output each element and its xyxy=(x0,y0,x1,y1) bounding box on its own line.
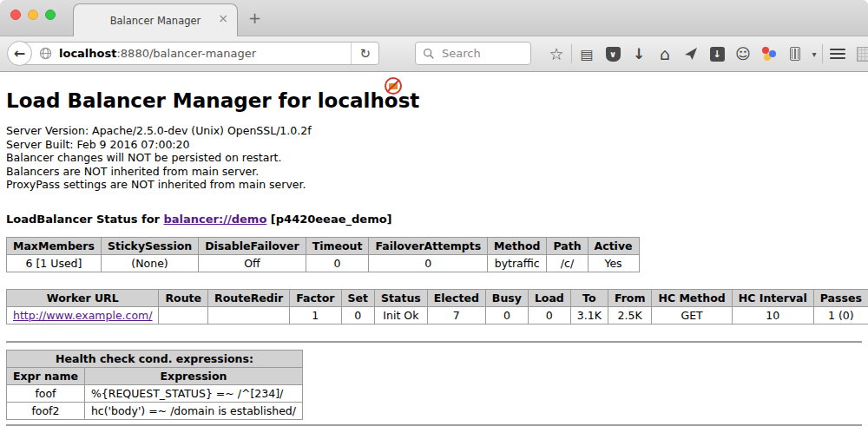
col-path: Path xyxy=(547,237,588,254)
worker-url-link[interactable]: http://www.example.com/ xyxy=(13,309,152,322)
col-factor: Factor xyxy=(290,289,341,306)
table-row: foof %{REQUEST_STATUS} =~ /^[234]/ xyxy=(7,384,303,402)
col-route: Route xyxy=(159,289,208,306)
cell-factor: 1 xyxy=(290,306,341,324)
search-icon xyxy=(423,48,435,60)
window-controls xyxy=(10,10,56,20)
col-stickysession: StickySession xyxy=(101,237,198,254)
col-disablefailover: DisableFailover xyxy=(199,237,306,254)
colored-dots-extension-icon[interactable] xyxy=(756,36,782,71)
cell-passes: 1 (0) xyxy=(813,306,868,324)
send-page-icon[interactable] xyxy=(678,36,704,71)
cell-expression: %{REQUEST_STATUS} =~ /^[234]/ xyxy=(84,384,302,402)
back-button[interactable]: ← xyxy=(7,41,32,66)
forum-smiley-icon[interactable]: ☺ xyxy=(730,36,756,71)
col-busy: Busy xyxy=(485,289,528,306)
cell-elected: 7 xyxy=(427,306,485,324)
downloads-panel-icon[interactable]: ↓ xyxy=(704,36,730,71)
col-to: To xyxy=(570,289,608,306)
health-check-table: Health check cond. expressions: Expr nam… xyxy=(6,350,303,420)
home-icon[interactable]: ⌂ xyxy=(652,36,678,71)
table-header-row: Expr name Expression xyxy=(7,367,303,384)
overflow-caret-icon[interactable]: ▾ xyxy=(808,36,820,71)
url-bar[interactable]: localhost:8880/balancer-manager ↻ xyxy=(19,42,379,65)
window-close-button[interactable] xyxy=(10,10,21,20)
cell-from: 2.5K xyxy=(608,306,652,324)
col-maxmembers: MaxMembers xyxy=(7,237,102,254)
table-row: foof2 hc('body') =~ /domain is establish… xyxy=(7,402,303,419)
col-timeout: Timeout xyxy=(306,237,369,254)
cell-route xyxy=(159,306,208,324)
server-info: Server Version: Apache/2.5.0-dev (Unix) … xyxy=(6,124,862,192)
window-zoom-button[interactable] xyxy=(45,10,56,20)
url-text: localhost:8880/balancer-manager xyxy=(59,47,351,60)
balancer-demo-link[interactable]: balancer://demo xyxy=(164,213,267,226)
new-tab-button[interactable]: + xyxy=(248,9,261,27)
reading-list-icon[interactable]: ▤ xyxy=(574,36,600,71)
reload-button[interactable]: ↻ xyxy=(351,43,378,64)
col-worker-url: Worker URL xyxy=(7,289,159,306)
search-input[interactable] xyxy=(440,46,523,61)
cell-method: bytraffic xyxy=(488,254,547,272)
cell-worker-url: http://www.example.com/ xyxy=(7,306,159,324)
inherit-note-line: Balancers are NOT inherited from main se… xyxy=(6,165,862,179)
loadbalancer-status-heading: LoadBalancer Status for balancer://demo … xyxy=(6,213,862,226)
cell-expr-name: foof2 xyxy=(7,402,85,419)
col-hc-interval: HC Interval xyxy=(732,289,813,306)
tab-balancer-manager[interactable]: Balancer Manager × xyxy=(73,3,238,37)
download-icon[interactable]: ↓ xyxy=(626,36,652,71)
col-active: Active xyxy=(588,237,639,254)
cell-hc-method: GET xyxy=(652,306,732,324)
reload-icon: ↻ xyxy=(359,46,371,62)
col-set: Set xyxy=(341,289,374,306)
worker-status-table: Worker URL Route RouteRedir Factor Set S… xyxy=(6,289,868,324)
balancer-settings-table: MaxMembers StickySession DisableFailover… xyxy=(6,237,640,272)
cell-disablefailover: Off xyxy=(199,254,306,272)
search-bar xyxy=(415,42,531,65)
col-routeredir: RouteRedir xyxy=(208,289,290,306)
cell-timeout: 0 xyxy=(306,254,369,272)
window-minimize-button[interactable] xyxy=(28,10,38,20)
cell-stickysession: (None) xyxy=(101,254,198,272)
toolbar-separator xyxy=(822,44,823,63)
page-title: Load Balancer Manager for localhost xyxy=(6,89,862,112)
table-header-row: Worker URL Route RouteRedir Factor Set S… xyxy=(7,289,868,306)
cell-expr-name: foof xyxy=(7,384,85,402)
table-row: http://www.example.com/ 1 0 Init Ok 7 0 … xyxy=(7,306,868,324)
pages-grid-icon[interactable] xyxy=(851,36,868,71)
table-title-row: Health check cond. expressions: xyxy=(7,350,303,367)
cell-routeredir xyxy=(208,306,290,324)
tab-close-icon[interactable]: × xyxy=(218,12,228,24)
health-check-title: Health check cond. expressions: xyxy=(7,350,303,367)
col-expression: Expression xyxy=(84,367,302,384)
toolbar-separator xyxy=(571,44,572,63)
table-header-row: MaxMembers StickySession DisableFailover… xyxy=(7,237,640,254)
server-version-line: Server Version: Apache/2.5.0-dev (Unix) … xyxy=(6,124,862,138)
col-hc-method: HC Method xyxy=(652,289,732,306)
cell-maxmembers: 6 [1 Used] xyxy=(7,254,102,272)
cell-load: 0 xyxy=(528,306,570,324)
menu-hamburger-icon[interactable] xyxy=(825,36,851,71)
navigation-toolbar: ← localhost:8880/balancer-manager ↻ ☆ ▤ xyxy=(0,36,868,71)
cell-busy: 0 xyxy=(485,306,528,324)
col-passes: Passes xyxy=(813,289,868,306)
cell-hc-interval: 10 xyxy=(732,306,813,324)
cell-to: 3.1K xyxy=(570,306,608,324)
separator-rule xyxy=(6,341,862,344)
container-extension-icon[interactable] xyxy=(782,36,808,71)
cell-set: 0 xyxy=(341,306,374,324)
col-from: From xyxy=(608,289,652,306)
bookmark-star-icon[interactable]: ☆ xyxy=(543,36,569,71)
col-load: Load xyxy=(528,289,570,306)
cell-failoverattempts: 0 xyxy=(369,254,488,272)
pocket-icon[interactable]: ∨ xyxy=(600,36,626,71)
page-content: Load Balancer Manager for localhost Serv… xyxy=(0,89,868,426)
col-failoverattempts: FailoverAttempts xyxy=(369,237,488,254)
cell-active: Yes xyxy=(588,254,639,272)
plugin-blocked-icon[interactable] xyxy=(385,77,402,95)
col-expr-name: Expr name xyxy=(7,367,85,384)
tab-title: Balancer Manager xyxy=(110,15,201,27)
globe-icon xyxy=(39,47,52,60)
cell-path: /c/ xyxy=(547,254,588,272)
cell-status: Init Ok xyxy=(375,306,428,324)
